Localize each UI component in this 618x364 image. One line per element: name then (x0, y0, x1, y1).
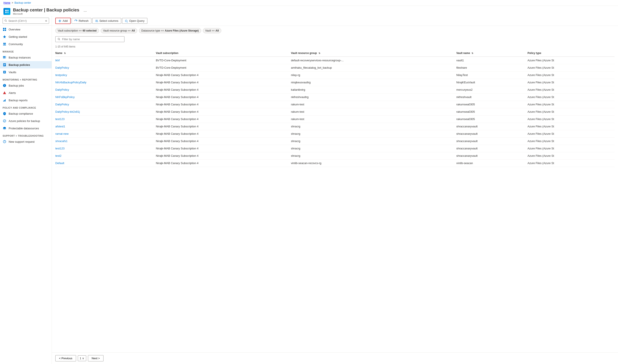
cell-vault-subscription: Nirajk-MAB Canary Subscription 4 (156, 108, 291, 116)
breadcrumb-separator: > (12, 1, 13, 4)
table-row: afstest1 Nirajk-MAB Canary Subscription … (55, 123, 615, 130)
sidebar-search-container: « (0, 16, 52, 26)
getting-started-label: Getting started (9, 35, 27, 39)
next-button[interactable]: Next > (88, 355, 104, 361)
refresh-button[interactable]: Refresh (71, 18, 91, 24)
filter-input-box[interactable] (55, 36, 124, 42)
filter-vault-resource-group-value: All (132, 29, 135, 32)
svg-rect-8 (3, 30, 4, 31)
table-row: NKFsBkpPolicy Nirajk-MAB Canary Subscrip… (55, 93, 615, 101)
sidebar-collapse-btn[interactable]: « (45, 19, 47, 23)
col-vault-name[interactable]: Vault name ⇅ (456, 50, 527, 57)
svg-rect-3 (7, 12, 9, 13)
cell-name[interactable]: shracafs1 (55, 138, 156, 145)
cell-name[interactable]: DailyPolicy (55, 64, 156, 71)
overview-label: Overview (9, 28, 20, 31)
backup-reports-label: Backup reports (9, 99, 27, 102)
sidebar-item-getting-started[interactable]: Getting started (0, 33, 52, 40)
sidebar-search-box[interactable]: « (3, 18, 49, 24)
cell-name[interactable]: lkhf (55, 57, 156, 64)
cell-vault-subscription: Nirajk-MAB Canary Subscription 4 (156, 93, 291, 101)
cell-vault-subscription: Nirajk-MAB Canary Subscription 4 (156, 145, 291, 152)
sidebar-search-input[interactable] (8, 19, 44, 23)
breadcrumb-current[interactable]: Backup center (14, 1, 31, 4)
cell-name[interactable]: NKAfsBackupPolicyDaily (55, 79, 156, 86)
col-vault-resource-group[interactable]: Vault resource group ⇅ (291, 50, 456, 57)
cell-vault-subscription: BVTD-Core-Deployment (156, 64, 291, 71)
svg-rect-26 (5, 99, 6, 102)
new-support-icon: ? (3, 140, 6, 143)
sidebar-item-backup-reports[interactable]: Backup reports (0, 96, 52, 104)
filter-vault-value: All (215, 29, 219, 32)
open-query-button[interactable]: Open Query (122, 18, 147, 24)
page-select[interactable]: 1 ∨ (78, 355, 86, 361)
cell-vault-name: nkfreshvault (456, 93, 527, 101)
table-row: lkhf BVTD-Core-Deployment default-recove… (55, 57, 615, 64)
filter-datasource-type[interactable]: Datasource type == Azure Files (Azure St… (139, 28, 201, 33)
previous-button[interactable]: < Previous (55, 355, 76, 361)
azure-policies-icon (3, 119, 6, 123)
cell-name[interactable]: ramat-new (55, 130, 156, 138)
filter-vault-text: Vault == (205, 29, 215, 32)
sidebar-item-alerts[interactable]: Alerts (0, 89, 52, 96)
cell-name[interactable]: NKFsBkpPolicy (55, 93, 156, 101)
policy-section-label: Policy and compliance (0, 104, 52, 110)
add-button[interactable]: Add (55, 18, 71, 24)
cell-name[interactable]: DailyPolicy-ktr2x81j (55, 108, 156, 116)
cell-name[interactable]: test2 (55, 152, 156, 159)
sidebar-item-new-support[interactable]: ? New support request (0, 138, 52, 145)
cell-vault-resource-group: nilay-rg (291, 71, 456, 79)
cell-vault-name: vintib-seacan (456, 159, 527, 167)
backup-jobs-label: Backup jobs (9, 84, 24, 87)
alerts-label: Alerts (9, 91, 16, 95)
filter-vault-resource-group[interactable]: Vault resource group == All (101, 28, 137, 33)
sidebar-item-backup-policies[interactable]: Backup policies (0, 61, 52, 68)
filter-vault-subscription[interactable]: Vault subscription == 60 selected (55, 28, 99, 33)
cell-name[interactable]: DailyPolicy (55, 86, 156, 93)
col-name[interactable]: Name ⇅ (55, 50, 156, 57)
cell-vault-resource-group: vintib-seacan-recsvcs-rg (291, 159, 456, 167)
table-row: test123 Nirajk-MAB Canary Subscription 4… (55, 145, 615, 152)
cell-vault-resource-group: shracrg (291, 152, 456, 159)
cell-vault-name: shraccanaryvault (456, 123, 527, 130)
header-more-options[interactable]: ··· (84, 9, 87, 13)
cell-name[interactable]: test123 (55, 145, 156, 152)
sidebar-item-backup-jobs[interactable]: Backup jobs (0, 82, 52, 89)
cell-name[interactable]: test123 (55, 116, 156, 123)
svg-rect-20 (4, 65, 5, 66)
cell-vault-resource-group: rakum-test (291, 108, 456, 116)
cell-vault-resource-group: rakum-test (291, 116, 456, 123)
backup-reports-icon (3, 98, 6, 102)
page-dropdown-icon[interactable]: ∨ (82, 357, 84, 360)
select-columns-button[interactable]: Select columns (92, 18, 121, 24)
cell-policy-type: Azure Files (Azure St (527, 130, 615, 138)
page-titles: Backup center | Backup policies Microsof… (13, 8, 79, 15)
table-row: shracafs1 Nirajk-MAB Canary Subscription… (55, 138, 615, 145)
cell-name[interactable]: DailyPolicy (55, 101, 156, 108)
sidebar-item-backup-compliance[interactable]: Backup compliance (0, 110, 52, 117)
sidebar-item-azure-policies[interactable]: Azure policies for backup (0, 117, 52, 125)
cell-policy-type: Azure Files (Azure St (527, 138, 615, 145)
cell-name[interactable]: Default (55, 159, 156, 167)
sidebar-item-community[interactable]: Community (0, 40, 52, 48)
filter-search-icon (58, 38, 60, 40)
cell-policy-type: Azure Files (Azure St (527, 108, 615, 116)
col-policy-type[interactable]: Policy type (527, 50, 615, 57)
cell-vault-resource-group: nirajkeusvaultrg (291, 79, 456, 86)
cell-name[interactable]: testpolicy (55, 71, 156, 79)
cell-policy-type: Azure Files (Azure St (527, 152, 615, 159)
col-vault-subscription[interactable]: Vault subscription (156, 50, 291, 57)
cell-vault-resource-group: rakum-test (291, 101, 456, 108)
cell-name[interactable]: afstest1 (55, 123, 156, 130)
svg-point-23 (4, 72, 5, 73)
filter-name-input[interactable] (62, 38, 122, 41)
sidebar-item-protectable-datasources[interactable]: Protectable datasources (0, 125, 52, 132)
cell-vault-subscription: Nirajk-MAB Canary Subscription 4 (156, 152, 291, 159)
community-icon (3, 42, 6, 46)
sidebar-item-vaults[interactable]: Vaults (0, 68, 52, 76)
sidebar-item-overview[interactable]: Overview (0, 26, 52, 33)
filter-vault[interactable]: Vault == All (203, 28, 221, 33)
breadcrumb-home[interactable]: Home (3, 1, 10, 4)
sidebar-item-backup-instances[interactable]: Backup instances (0, 54, 52, 61)
filter-vault-subscription-text: Vault subscription == (58, 29, 82, 32)
